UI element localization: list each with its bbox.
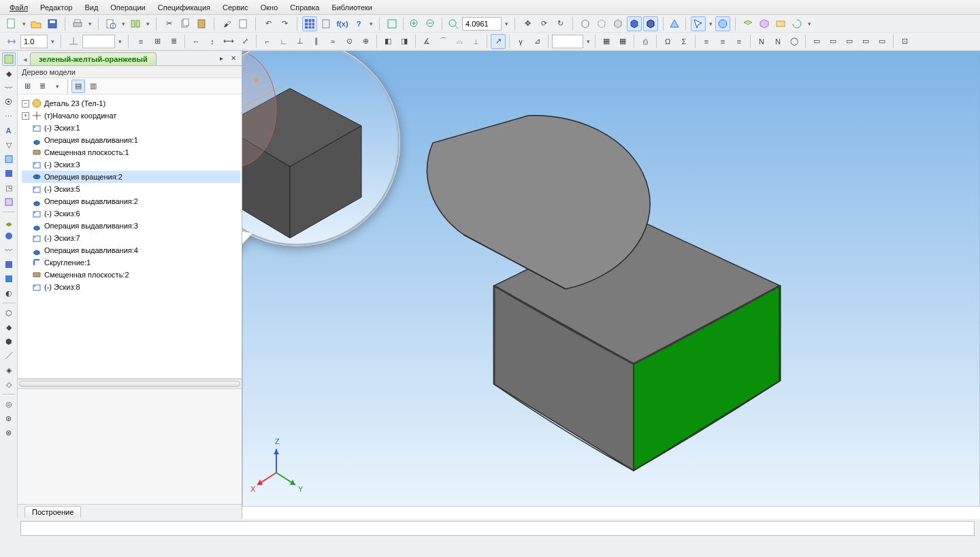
lt-revolve[interactable] [2,229,16,243]
view-icon-3[interactable]: ▭ [842,34,857,49]
tree-btn-2[interactable]: ≣ [35,80,49,93]
tree-item[interactable]: (-) Эскиз:7 [22,232,240,244]
print-button[interactable] [70,16,85,31]
grid-button[interactable] [302,16,317,31]
lt-11[interactable]: ◐ [2,286,16,300]
section-button[interactable] [773,16,788,31]
tool-c[interactable]: ≣ [166,34,181,49]
tree-item[interactable]: (-) Эскиз:3 [22,158,240,171]
final-icon[interactable]: ⊡ [897,34,912,49]
calc-button[interactable] [318,16,333,31]
tree-btn-3[interactable]: ▤ [71,80,85,93]
zoom-fit-button[interactable] [385,16,399,31]
no-hidden-button[interactable] [610,16,625,31]
align-right[interactable]: ≡ [732,34,747,49]
lt-6[interactable] [2,167,16,180]
snap-toggle[interactable]: ↗ [491,34,506,49]
lt-18[interactable]: ◎ [2,397,16,411]
menu-help[interactable]: Справка [284,2,325,13]
tree-item[interactable]: +(т)Начало координат [22,109,240,122]
tool-k[interactable]: ∥ [309,34,324,49]
tool-r[interactable]: ⌒ [436,34,451,49]
tree-item[interactable]: (-) Эскиз:8 [22,281,240,293]
tool-d[interactable]: ↔ [189,34,203,49]
tree-item[interactable]: Смещенная плоскость:1 [22,146,240,158]
tbl-icon-1[interactable]: ▦ [599,34,614,49]
lt-5[interactable] [2,152,16,166]
tree-item[interactable]: Операция выдавливания:2 [22,195,240,207]
size-input[interactable] [20,35,48,48]
tool-q[interactable]: ∡ [419,34,434,49]
perspective-button[interactable] [667,16,682,31]
lt-9[interactable] [2,258,16,271]
omega-icon[interactable]: Ω [660,34,675,49]
dimension2-icon[interactable] [66,34,81,49]
tree-root[interactable]: − Деталь 23 (Тел-1) [22,97,240,109]
tab-scroll-left[interactable]: ◂ [20,53,30,65]
insert-icon[interactable]: ⎙ [638,34,653,49]
tool-h[interactable]: ⌐ [260,34,275,49]
command-input[interactable] [20,521,975,536]
nn-icon-1[interactable]: N [754,34,769,49]
lt-sketch[interactable] [2,52,16,66]
tool-b[interactable]: ⊞ [150,34,165,49]
tree-btn-4[interactable]: ▥ [86,80,100,93]
lt-15[interactable] [2,349,16,362]
lt-16[interactable]: ◈ [2,363,16,377]
tree-hscroll[interactable] [18,379,242,388]
view-icon-2[interactable]: ▭ [826,34,840,49]
new-doc-button[interactable] [4,16,19,31]
wireframe-button[interactable] [578,16,593,31]
tool-j[interactable]: ⊥ [293,34,308,49]
lt-1[interactable]: 〰 [2,81,16,95]
lt-14[interactable]: ⬢ [2,335,16,348]
menu-spec[interactable]: Спецификация [152,2,216,13]
tool-i[interactable]: ∟ [276,34,291,49]
tree-item[interactable]: Операция выдавливания:3 [22,220,240,232]
sigma-icon[interactable]: Σ [676,34,691,49]
tool-n[interactable]: ⊕ [358,34,373,49]
tool-u[interactable]: γ [513,34,528,49]
viewport[interactable]: Z X Y [242,51,980,519]
clipboard-icon[interactable] [235,16,250,31]
lt-extrude[interactable] [2,215,16,229]
lt-sweep[interactable]: 〰 [2,243,16,257]
align-left[interactable]: ≡ [699,34,714,49]
menu-window[interactable]: Окно [255,2,284,13]
new-doc-dropdown[interactable]: ▾ [20,16,27,31]
fx-button[interactable]: f(x) [335,16,350,31]
tb-extra-input[interactable] [552,35,583,48]
undo-button[interactable]: ↶ [261,16,276,31]
orbit-button[interactable]: ↻ [553,16,568,31]
lt-text[interactable]: A [2,124,16,137]
lt-8[interactable] [2,195,16,209]
redo-button[interactable]: ↷ [277,16,292,31]
nn-icon-3[interactable]: ◯ [787,34,802,49]
tbl-icon-2[interactable]: ▦ [615,34,630,49]
align-center[interactable]: ≡ [715,34,730,49]
menu-file[interactable]: Файл [4,2,33,13]
tool-o[interactable]: ◧ [380,34,395,49]
lt-4[interactable]: ▽ [2,138,16,152]
shaded-button[interactable] [627,16,642,31]
tree-item[interactable]: Операция выдавливания:4 [22,244,240,256]
tool-e[interactable]: ↕ [205,34,220,49]
tool-a[interactable]: ≡ [133,34,148,49]
menu-service[interactable]: Сервис [217,2,254,13]
zoom-out-button[interactable] [423,16,438,31]
zoom-input[interactable] [462,17,502,31]
lt-17[interactable]: ◇ [2,377,16,391]
doc-tab[interactable]: зеленый-желтый-оранжевый [30,52,157,65]
lt-3[interactable]: ⋯ [2,109,16,123]
lt-13[interactable]: ◆ [2,320,16,334]
menu-libraries[interactable]: Библиотеки [326,2,378,13]
lt-10[interactable] [2,272,16,286]
save-button[interactable] [45,16,60,31]
tool-l[interactable]: ≈ [325,34,340,49]
lt-19[interactable]: ⊛ [2,411,16,425]
properties-button[interactable] [128,16,143,31]
select-body-button[interactable] [691,16,706,31]
tree-item[interactable]: Операция вращения:2 [22,171,240,183]
help-button[interactable]: ? [351,16,366,31]
tool-s[interactable]: ⌓ [452,34,467,49]
